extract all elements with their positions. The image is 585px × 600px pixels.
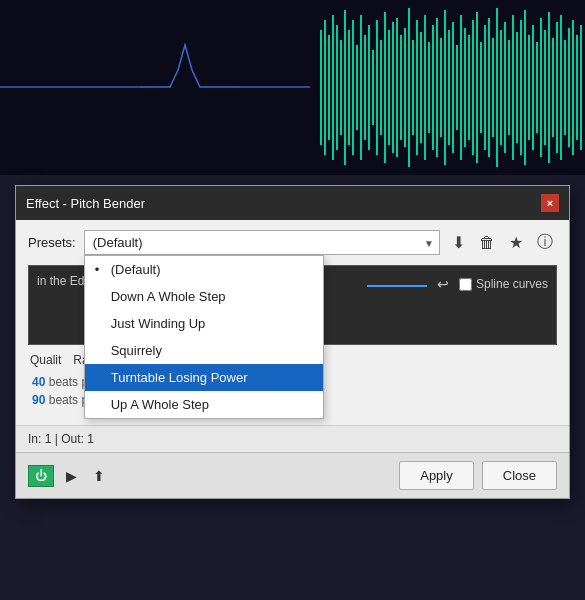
svg-rect-55	[528, 35, 530, 140]
svg-rect-21	[392, 22, 394, 153]
svg-rect-34	[444, 10, 446, 165]
presets-label: Presets:	[28, 235, 76, 250]
svg-rect-45	[488, 18, 490, 157]
spline-curves-label: Spline curves	[476, 277, 548, 291]
svg-rect-62	[556, 22, 558, 153]
svg-rect-52	[516, 32, 518, 143]
info-icon: ⓘ	[537, 232, 553, 253]
preset-item-just-winding[interactable]: Just Winding Up	[85, 310, 323, 337]
svg-rect-66	[572, 20, 574, 155]
play-icon: ▶	[66, 468, 77, 484]
svg-rect-35	[448, 30, 450, 145]
play-button[interactable]: ▶	[62, 468, 81, 484]
footer-right: Apply Close	[399, 461, 557, 490]
presets-current-value: (Default)	[93, 235, 143, 250]
svg-rect-16	[372, 50, 374, 125]
svg-rect-24	[404, 28, 406, 147]
waveform-svg	[0, 0, 585, 175]
svg-rect-36	[452, 22, 454, 153]
undo-button[interactable]: ↩	[433, 274, 453, 294]
editor-line	[367, 285, 427, 287]
svg-rect-23	[400, 35, 402, 140]
svg-rect-4	[324, 20, 326, 155]
quality-label: Qualit	[30, 353, 61, 367]
footer-row: ⏻ ▶ ⬆ Apply Close	[16, 452, 569, 498]
dialog-close-button[interactable]: ×	[541, 194, 559, 212]
preset-item-turntable[interactable]: Turntable Losing Power	[85, 364, 323, 391]
svg-rect-49	[504, 22, 506, 153]
svg-rect-64	[564, 40, 566, 135]
svg-rect-44	[484, 25, 486, 150]
svg-rect-33	[440, 38, 442, 137]
svg-rect-41	[472, 20, 474, 155]
export-button[interactable]: ⬆	[89, 468, 109, 484]
power-button[interactable]: ⏻	[28, 465, 54, 487]
svg-rect-13	[360, 15, 362, 160]
svg-rect-27	[416, 20, 418, 155]
svg-rect-63	[560, 15, 562, 160]
svg-rect-12	[356, 45, 358, 130]
svg-rect-22	[396, 18, 398, 157]
trash-icon: 🗑	[479, 234, 495, 252]
svg-rect-9	[344, 10, 346, 165]
svg-rect-58	[540, 18, 542, 157]
svg-rect-31	[432, 25, 434, 150]
preset-item-default[interactable]: (Default)	[85, 256, 323, 283]
svg-rect-47	[496, 8, 498, 167]
presets-select-wrapper: (Default) ▼ (Default) Down A Whole Step …	[84, 230, 440, 255]
apply-button[interactable]: Apply	[399, 461, 474, 490]
svg-rect-39	[464, 28, 466, 147]
svg-rect-6	[332, 15, 334, 160]
svg-rect-43	[480, 42, 482, 133]
svg-rect-3	[320, 30, 322, 145]
power-icon: ⏻	[35, 469, 47, 483]
svg-rect-53	[520, 20, 522, 155]
svg-rect-51	[512, 15, 514, 160]
dialog-body: Presets: (Default) ▼ (Default) Down A Wh…	[16, 220, 569, 425]
info-button[interactable]: ⓘ	[533, 230, 557, 255]
svg-rect-42	[476, 12, 478, 163]
dialog-title: Effect - Pitch Bender	[26, 196, 145, 211]
svg-rect-28	[420, 32, 422, 143]
tempo-highlight2: 90	[32, 393, 45, 407]
svg-rect-67	[576, 35, 578, 140]
inout-row: In: 1 | Out: 1	[16, 425, 569, 452]
svg-rect-10	[348, 30, 350, 145]
svg-rect-61	[552, 38, 554, 137]
svg-rect-18	[380, 40, 382, 135]
close-button[interactable]: Close	[482, 461, 557, 490]
svg-rect-38	[460, 15, 462, 160]
svg-rect-60	[548, 12, 550, 163]
delete-preset-button[interactable]: 🗑	[475, 232, 499, 254]
svg-rect-32	[436, 18, 438, 157]
preset-item-up-whole[interactable]: Up A Whole Step	[85, 391, 323, 418]
svg-rect-40	[468, 35, 470, 140]
star-icon: ★	[509, 233, 523, 252]
spline-curves-checkbox[interactable]	[459, 278, 472, 291]
svg-rect-11	[352, 20, 354, 155]
preset-item-squirrely[interactable]: Squirrely	[85, 337, 323, 364]
svg-rect-29	[424, 15, 426, 160]
pitch-bender-dialog: Effect - Pitch Bender × Presets: (Defaul…	[15, 185, 570, 499]
presets-dropdown-trigger[interactable]: (Default) ▼	[84, 230, 440, 255]
svg-rect-57	[536, 42, 538, 133]
chevron-down-icon: ▼	[424, 237, 434, 248]
download-preset-button[interactable]: ⬇	[448, 231, 469, 254]
spline-checkbox-wrapper: Spline curves	[459, 277, 548, 291]
export-icon: ⬆	[93, 468, 105, 484]
svg-rect-48	[500, 30, 502, 145]
favorite-preset-button[interactable]: ★	[505, 231, 527, 254]
presets-toolbar: ⬇ 🗑 ★ ⓘ	[448, 230, 557, 255]
preset-item-down-whole[interactable]: Down A Whole Step	[85, 283, 323, 310]
svg-rect-46	[492, 38, 494, 137]
svg-rect-56	[532, 25, 534, 150]
svg-rect-8	[340, 40, 342, 135]
svg-rect-30	[428, 42, 430, 133]
svg-rect-15	[368, 25, 370, 150]
svg-rect-7	[336, 25, 338, 150]
dialog-titlebar: Effect - Pitch Bender ×	[16, 186, 569, 220]
waveform-display	[0, 0, 585, 175]
inout-label: In: 1 | Out: 1	[28, 432, 94, 446]
svg-rect-5	[328, 35, 330, 140]
svg-rect-59	[544, 30, 546, 145]
